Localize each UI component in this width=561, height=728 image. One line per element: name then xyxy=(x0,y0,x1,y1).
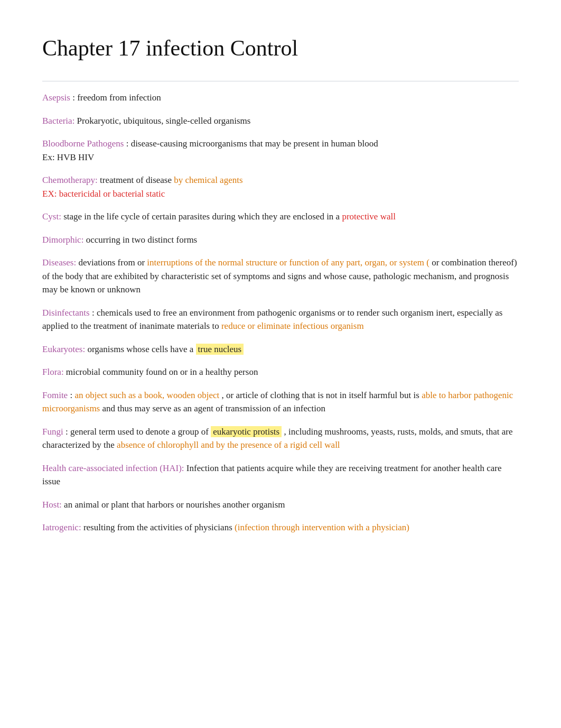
asepsis-separator: : xyxy=(72,93,77,103)
chemotherapy-separator: treatment of disease xyxy=(100,175,174,185)
bloodborne-definition: disease-causing microorganisms that may … xyxy=(131,139,378,149)
chemotherapy-extra: EX: bactericidal or bacterial static xyxy=(42,189,165,199)
fomite-rest2: and thus may serve as an agent of transm… xyxy=(102,403,325,413)
term-host: Host: xyxy=(42,500,62,510)
entry-fomite: Fomite : an object such as a book, woode… xyxy=(42,389,519,416)
page-title: Chapter 17 infection Control xyxy=(42,32,519,65)
entry-cyst: Cyst: stage in the life cycle of certain… xyxy=(42,210,519,224)
fungi-separator: : general term used to denote a group of xyxy=(66,427,211,437)
iatrogenic-highlight: (infection through intervention with a p… xyxy=(235,522,409,532)
term-diseases: Diseases: xyxy=(42,257,76,268)
cyst-definition-plain: stage in the life cycle of certain paras… xyxy=(63,211,342,222)
disinfectants-separator: : xyxy=(92,308,97,318)
chemotherapy-highlight: by chemical agents xyxy=(174,175,242,185)
eukaryotes-highlight: true nucleus xyxy=(196,344,244,355)
entry-hai: Health care-associated infection (HAI): … xyxy=(42,462,519,489)
asepsis-definition: freedom from infection xyxy=(77,93,161,103)
entry-bloodborne: Bloodborne Pathogens : disease-causing m… xyxy=(42,137,519,164)
fomite-rest1: , or article of clothing that is not in … xyxy=(221,390,422,400)
disinfectants-highlight: reduce or eliminate infectious organism xyxy=(221,321,364,331)
entry-iatrogenic: Iatrogenic: resulting from the activitie… xyxy=(42,521,519,535)
term-asepsis: Asepsis xyxy=(42,93,70,103)
term-chemotherapy: Chemotherapy: xyxy=(42,175,98,185)
flora-definition: microbial community found on or in a hea… xyxy=(66,367,258,377)
entry-asepsis: Asepsis : freedom from infection xyxy=(42,81,519,105)
bloodborne-extra: Ex: HVB HIV xyxy=(42,151,519,164)
bacteria-definition: Prokaryotic, ubiquitous, single-celled o… xyxy=(77,116,251,126)
fomite-highlight1: an object such as a book, wooden object xyxy=(74,390,219,400)
entry-host: Host: an animal or plant that harbors or… xyxy=(42,498,519,512)
entry-disinfectants: Disinfectants : chemicals used to free a… xyxy=(42,306,519,333)
term-disinfectants: Disinfectants xyxy=(42,308,90,318)
host-definition: an animal or plant that harbors or nouri… xyxy=(64,500,285,510)
term-flora: Flora: xyxy=(42,367,64,377)
entry-eukaryotes: Eukaryotes: organisms whose cells have a… xyxy=(42,343,519,356)
eukaryotes-separator: organisms whose cells have a xyxy=(87,344,195,354)
term-dimorphic: Dimorphic: xyxy=(42,235,83,245)
entry-flora: Flora: microbial community found on or i… xyxy=(42,365,519,379)
term-iatrogenic: Iatrogenic: xyxy=(42,522,81,532)
fungi-highlight2: absence of chlorophyll and by the presen… xyxy=(117,440,340,450)
term-bloodborne: Bloodborne Pathogens xyxy=(42,139,124,149)
entries-container: Asepsis : freedom from infection Bacteri… xyxy=(42,81,519,535)
term-bacteria: Bacteria: xyxy=(42,116,74,126)
fungi-highlight1: eukaryotic protists xyxy=(211,426,282,437)
diseases-separator: deviations from or xyxy=(78,257,147,268)
entry-diseases: Diseases: deviations from or interruptio… xyxy=(42,256,519,297)
iatrogenic-separator: resulting from the activities of physici… xyxy=(83,522,235,532)
diseases-highlight: interruptions of the normal structure or… xyxy=(147,257,429,268)
entry-fungi: Fungi : general term used to denote a gr… xyxy=(42,425,519,452)
term-hai: Health care-associated infection (HAI): xyxy=(42,463,184,473)
term-fomite: Fomite xyxy=(42,390,68,400)
term-cyst: Cyst: xyxy=(42,211,61,222)
entry-bacteria: Bacteria: Prokaryotic, ubiquitous, singl… xyxy=(42,114,519,128)
term-fungi: Fungi xyxy=(42,427,63,437)
divider-asepsis xyxy=(42,81,519,81)
dimorphic-definition: occurring in two distinct forms xyxy=(86,235,198,245)
entry-chemotherapy: Chemotherapy: treatment of disease by ch… xyxy=(42,173,519,200)
cyst-highlight: protective wall xyxy=(342,211,396,222)
entry-dimorphic: Dimorphic: occurring in two distinct for… xyxy=(42,233,519,247)
term-eukaryotes: Eukaryotes: xyxy=(42,344,85,354)
bloodborne-separator: : xyxy=(126,139,131,149)
